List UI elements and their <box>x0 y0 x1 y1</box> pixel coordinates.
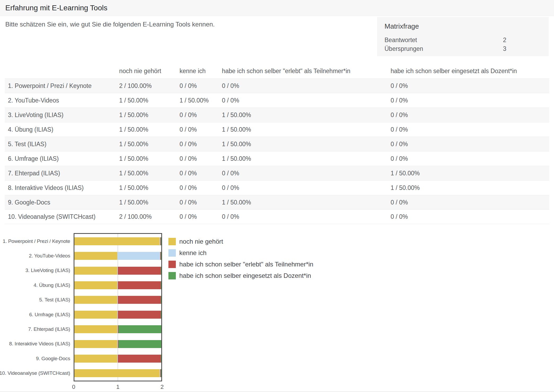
x-tick: 2 <box>160 384 164 390</box>
question-text: Bitte schätzen Sie ein, wie gut Sie die … <box>5 21 215 28</box>
legend-label: kenne ich <box>179 249 207 257</box>
chart-category-label: 1. Powerpoint / Prezi / Keynote <box>0 234 70 248</box>
table-cell: 0 / 0% <box>391 155 549 162</box>
table-cell: 1 / 50.00% <box>222 112 391 119</box>
bar-segment <box>161 267 161 275</box>
stats-card-title: Matrixfrage <box>385 22 541 30</box>
table-cell: 1 / 50.00% <box>222 199 391 206</box>
table-cell: 0 / 0% <box>391 126 549 133</box>
bar-segment <box>74 267 117 275</box>
bar-segment <box>161 369 161 377</box>
table-row: 10. Videoanalyse (SWITCHcast) 2 / 100.00… <box>5 210 549 224</box>
chart-category-label: 9. Google-Docs <box>0 351 70 366</box>
bar-segment <box>161 296 161 304</box>
bar <box>74 267 161 275</box>
row-label: 8. Interaktive Videos (ILIAS) <box>5 184 119 191</box>
row-label: 1. Powerpoint / Prezi / Keynote <box>5 82 119 90</box>
table-cell: 0 / 0% <box>180 82 222 90</box>
stat-label: Übersprungen <box>385 44 423 53</box>
chart-category-label: 10. Videoanalyse (SWITCHcast) <box>0 366 70 381</box>
bar-segment <box>74 311 117 319</box>
table-cell: 0 / 0% <box>222 82 391 90</box>
table-cell: 0 / 0% <box>180 155 222 162</box>
row-label: 6. Umfrage (ILIAS) <box>5 155 119 162</box>
table-cell: 1 / 50.00% <box>119 112 180 119</box>
table-cell: 0 / 0% <box>180 213 222 220</box>
table-cell: 1 / 50.00% <box>119 141 180 148</box>
bar-segment <box>118 267 161 275</box>
bar-segment <box>118 340 161 348</box>
x-tick: 0 <box>72 384 75 390</box>
table-cell: 1 / 50.00% <box>119 184 180 191</box>
survey-results-page: Erfahrung mit E-Learning Tools Bitte sch… <box>0 0 554 392</box>
chart-category-label: 8. Interaktive Videos (ILIAS) <box>0 337 70 351</box>
bar-segment <box>118 311 161 319</box>
header-bar: Erfahrung mit E-Learning Tools <box>0 0 554 16</box>
stat-label: Beantwortet <box>385 36 417 44</box>
chart-category-label: 2. YouTube-Videos <box>0 248 70 263</box>
bar <box>74 369 161 377</box>
table-row: 5. Test (ILIAS) 1 / 50.00% 0 / 0% 1 / 50… <box>5 137 549 151</box>
table-cell: 2 / 100.00% <box>119 82 180 90</box>
table-cell: 1 / 50.00% <box>119 155 180 162</box>
table-row: 4. Übung (ILIAS) 1 / 50.00% 0 / 0% 1 / 5… <box>5 122 549 137</box>
bar-segment <box>118 325 161 333</box>
chart-legend: noch nie gehört kenne ich habe ich schon… <box>168 238 313 283</box>
legend-item: kenne ich <box>168 249 313 257</box>
table-row: 6. Umfrage (ILIAS) 1 / 50.00% 0 / 0% 1 /… <box>5 151 549 166</box>
legend-item: noch nie gehört <box>168 238 313 245</box>
table-cell: 0 / 0% <box>391 97 549 104</box>
table-body: 1. Powerpoint / Prezi / Keynote 2 / 100.… <box>5 78 549 224</box>
stat-value: 2 <box>503 36 506 44</box>
table-row: 3. LiveVoting (ILIAS) 1 / 50.00% 0 / 0% … <box>5 108 549 122</box>
bar-segment <box>118 281 161 289</box>
column-header: habe ich schon selber eingesetzt als Doz… <box>391 68 549 75</box>
table-cell: 1 / 50.00% <box>180 97 222 104</box>
legend-swatch <box>168 272 176 279</box>
table-cell: 0 / 0% <box>222 97 391 104</box>
table-cell: 0 / 0% <box>180 112 222 119</box>
bar <box>74 311 161 319</box>
table-cell: 0 / 0% <box>222 213 391 220</box>
row-label: 3. LiveVoting (ILIAS) <box>5 112 119 119</box>
bar <box>74 281 161 289</box>
bar <box>74 296 161 304</box>
table-cell: 1 / 50.00% <box>391 184 549 191</box>
row-label: 4. Übung (ILIAS) <box>5 126 119 133</box>
bar-row <box>74 307 161 322</box>
chart-category-label: 3. LiveVoting (ILIAS) <box>0 263 70 278</box>
bar-segment <box>74 296 117 304</box>
bar-segment <box>74 252 117 260</box>
table-cell: 0 / 0% <box>180 170 222 177</box>
legend-swatch <box>168 238 176 245</box>
table-cell: 0 / 0% <box>391 82 549 90</box>
stats-rows: Beantwortet 2 Übersprungen 3 <box>385 36 541 54</box>
table-cell: 0 / 0% <box>391 199 549 206</box>
row-label: 9. Google-Docs <box>5 199 119 206</box>
table-row: 2. YouTube-Videos 1 / 50.00% 1 / 50.00% … <box>5 93 549 108</box>
table-cell: 1 / 50.00% <box>119 97 180 104</box>
table-row: 7. Ehterpad (ILIAS) 1 / 50.00% 0 / 0% 0 … <box>5 166 549 180</box>
row-label: 5. Test (ILIAS) <box>5 141 119 148</box>
table-cell: 2 / 100.00% <box>119 213 180 220</box>
bar-segment <box>74 325 117 333</box>
bar-segment <box>74 340 117 348</box>
table-cell: 0 / 0% <box>180 199 222 206</box>
bar-segment <box>74 237 160 245</box>
bar <box>74 325 161 333</box>
legend-label: habe ich schon selber "erlebt" als Teiln… <box>179 261 313 268</box>
row-label: 7. Ehterpad (ILIAS) <box>5 170 119 177</box>
column-header: habe ich schon selber "erlebt" als Teiln… <box>222 68 391 75</box>
chart: 1. Powerpoint / Prezi / Keynote2. YouTub… <box>0 233 554 392</box>
bar-segment <box>74 281 117 289</box>
row-label: 10. Videoanalyse (SWITCHcast) <box>5 213 119 220</box>
bar-row <box>74 234 161 248</box>
chart-category-label: 4. Übung (ILIAS) <box>0 278 70 292</box>
table-header-row: noch nie gehört kenne ich habe ich schon… <box>5 64 549 78</box>
chart-category-labels: 1. Powerpoint / Prezi / Keynote2. YouTub… <box>0 234 70 381</box>
stat-value: 3 <box>503 44 506 53</box>
chart-category-label: 5. Test (ILIAS) <box>0 293 70 307</box>
bar-row <box>74 293 161 307</box>
bar-row <box>74 248 161 263</box>
table-cell: 0 / 0% <box>391 141 549 148</box>
